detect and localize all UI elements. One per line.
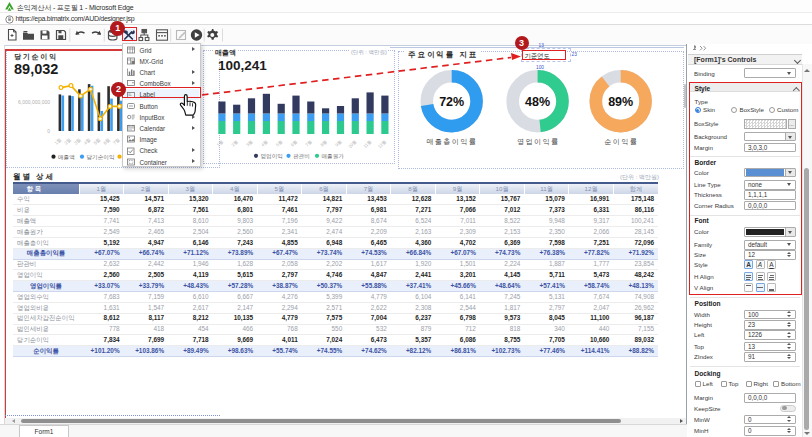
svg-text:6월: 6월 xyxy=(290,139,298,147)
svg-text:매출액: 매출액 xyxy=(58,154,75,160)
svg-text:1월: 1월 xyxy=(216,139,224,147)
svg-text:5월: 5월 xyxy=(93,137,102,146)
svg-text:2월: 2월 xyxy=(63,137,72,146)
svg-text:12월: 12월 xyxy=(377,139,387,149)
svg-text:2월: 2월 xyxy=(230,139,238,147)
svg-text:10월: 10월 xyxy=(347,139,357,149)
svg-text:매출원가: 매출원가 xyxy=(322,153,345,159)
svg-text:11월: 11월 xyxy=(362,139,372,149)
svg-text:5월: 5월 xyxy=(275,139,283,147)
svg-text:4월: 4월 xyxy=(83,137,92,146)
svg-text:당기순이익: 당기순이익 xyxy=(87,154,115,160)
svg-text:8월: 8월 xyxy=(319,139,327,147)
svg-text:7월: 7월 xyxy=(112,137,121,146)
svg-text:4월: 4월 xyxy=(260,139,268,147)
svg-text:6월: 6월 xyxy=(102,137,111,146)
svg-text:7월: 7월 xyxy=(305,139,313,147)
svg-text:3월: 3월 xyxy=(73,137,82,146)
svg-text:판관비: 판관비 xyxy=(293,153,310,159)
svg-text:6,000,000,000: 6,000,000,000 xyxy=(18,99,50,105)
svg-text:3월: 3월 xyxy=(245,139,253,147)
svg-text:0: 0 xyxy=(47,128,50,134)
svg-text:영업이익: 영업이익 xyxy=(261,153,283,159)
svg-text:1월: 1월 xyxy=(54,137,63,146)
svg-text:89%: 89% xyxy=(608,95,633,109)
svg-text:9월: 9월 xyxy=(334,139,342,147)
